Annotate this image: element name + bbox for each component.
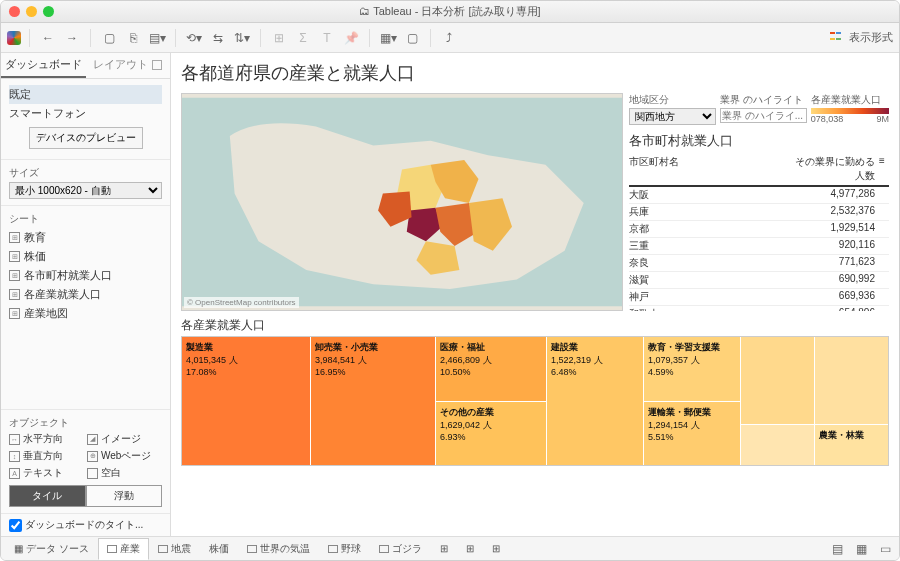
total-button[interactable]: Σ bbox=[293, 28, 313, 48]
device-phone[interactable]: スマートフォン bbox=[9, 104, 162, 123]
show-me-button[interactable]: 表示形式 bbox=[849, 30, 893, 45]
treemap-cell[interactable]: 卸売業・小売業3,984,541 人16.95% bbox=[311, 337, 435, 465]
swap-button[interactable]: ⇆ bbox=[208, 28, 228, 48]
treemap-title: 各産業就業人口 bbox=[181, 317, 889, 334]
new-sheet-button[interactable]: ▤▾ bbox=[147, 28, 167, 48]
new-story-button[interactable]: ⊞ bbox=[483, 539, 509, 558]
table-title: 各市町村就業人口 bbox=[629, 132, 889, 150]
device-default[interactable]: 既定 bbox=[9, 85, 162, 104]
table-row[interactable]: 大阪4,977,286 bbox=[629, 187, 889, 204]
treemap-cell[interactable]: 製造業4,015,345 人17.08% bbox=[182, 337, 310, 465]
undo-button[interactable]: ⟲▾ bbox=[184, 28, 204, 48]
table-row[interactable]: 滋賀690,992 bbox=[629, 272, 889, 289]
group-button[interactable]: ⊞ bbox=[269, 28, 289, 48]
treemap-cell[interactable]: その他の産業1,629,042 人6.93% bbox=[436, 402, 546, 466]
treemap-cell[interactable]: 医療・福祉2,466,809 人10.50% bbox=[436, 337, 546, 401]
filmstrip-icon[interactable]: ▤ bbox=[827, 539, 847, 559]
table-row[interactable]: 三重920,116 bbox=[629, 238, 889, 255]
sheet-tab[interactable]: 野球 bbox=[319, 538, 370, 560]
treemap-cell[interactable]: 運輸業・郵便業1,294,154 人5.51% bbox=[644, 402, 740, 466]
sheet-item[interactable]: ⊞株価 bbox=[9, 247, 162, 266]
treemap-cell[interactable] bbox=[741, 337, 814, 424]
sheet-tab[interactable]: 世界の気温 bbox=[238, 538, 319, 560]
treemap-cell[interactable]: 農業・林業 bbox=[815, 425, 888, 465]
tab-layout[interactable]: レイアウト bbox=[86, 53, 171, 78]
tab-dashboard[interactable]: ダッシュボード bbox=[1, 53, 86, 78]
share-button[interactable]: ⤴ bbox=[439, 28, 459, 48]
obj-image[interactable]: ◢イメージ bbox=[87, 432, 162, 446]
show-title-checkbox[interactable] bbox=[9, 519, 22, 532]
size-select[interactable]: 最小 1000x620 - 自動 bbox=[9, 182, 162, 199]
japan-map bbox=[182, 94, 622, 310]
obj-blank[interactable]: 空白 bbox=[87, 466, 162, 480]
new-worksheet-button[interactable]: ⊞ bbox=[431, 539, 457, 558]
objects-label: オブジェクト bbox=[9, 416, 162, 430]
horizontal-icon: ↔ bbox=[9, 434, 20, 445]
legend-label: 各産業就業人口 bbox=[811, 93, 889, 107]
table-row[interactable]: 神戸669,936 bbox=[629, 289, 889, 306]
back-button[interactable]: ← bbox=[38, 28, 58, 48]
show-sheet-icon[interactable]: ▭ bbox=[875, 539, 895, 559]
save-button[interactable]: ▢ bbox=[99, 28, 119, 48]
col-count[interactable]: その業界に勤める人数 bbox=[795, 155, 875, 183]
sheet-icon: ⊞ bbox=[9, 270, 20, 281]
tab-datasource[interactable]: ▦ データ ソース bbox=[5, 538, 98, 560]
table-row[interactable]: 京都1,929,514 bbox=[629, 221, 889, 238]
sheet-item[interactable]: ⊞産業地図 bbox=[9, 304, 162, 323]
obj-vertical[interactable]: ↕垂直方向 bbox=[9, 449, 84, 463]
dashboard-icon bbox=[107, 545, 117, 553]
table-row[interactable]: 兵庫2,532,376 bbox=[629, 204, 889, 221]
new-data-button[interactable]: ⎘ bbox=[123, 28, 143, 48]
treemap-cell[interactable] bbox=[741, 425, 814, 465]
sheet-tab[interactable]: 地震 bbox=[149, 538, 200, 560]
present-button[interactable]: ▢ bbox=[402, 28, 422, 48]
tile-button[interactable]: タイル bbox=[9, 485, 86, 507]
toolbar: ← → ▢ ⎘ ▤▾ ⟲▾ ⇆ ⇅▾ ⊞ Σ T 📌 ▦▾ ▢ ⤴ 表示形式 bbox=[1, 23, 899, 53]
sheet-sorter-icon[interactable]: ▦ bbox=[851, 539, 871, 559]
sheet-tabs: ▦ データ ソース 産業 地震 株価 世界の気温 野球 ゴジラ ⊞ ⊞ ⊞ ▤ … bbox=[1, 536, 899, 560]
obj-text[interactable]: Aテキスト bbox=[9, 466, 84, 480]
sheets-label: シート bbox=[9, 212, 162, 226]
image-icon: ◢ bbox=[87, 434, 98, 445]
filter-industry-label: 業界 のハイライト bbox=[720, 93, 807, 107]
dashboard-icon bbox=[328, 545, 338, 553]
new-dashboard-button[interactable]: ⊞ bbox=[457, 539, 483, 558]
device-preview-button[interactable]: デバイスのプレビュー bbox=[29, 127, 143, 149]
text-icon: A bbox=[9, 468, 20, 479]
pin-button[interactable]: 📌 bbox=[341, 28, 361, 48]
sheet-item[interactable]: ⊞各産業就業人口 bbox=[9, 285, 162, 304]
sheet-item[interactable]: ⊞教育 bbox=[9, 228, 162, 247]
dashboard-icon bbox=[247, 545, 257, 553]
sheet-icon: ⊞ bbox=[9, 251, 20, 262]
float-button[interactable]: 浮動 bbox=[86, 485, 163, 507]
sheet-item[interactable]: ⊞各市町村就業人口 bbox=[9, 266, 162, 285]
col-city[interactable]: 市区町村名 bbox=[629, 155, 795, 183]
sort-button[interactable]: ⇅▾ bbox=[232, 28, 252, 48]
filter-industry-input[interactable] bbox=[720, 108, 807, 123]
treemap-cell[interactable] bbox=[815, 337, 888, 424]
table-row[interactable]: 奈良771,623 bbox=[629, 255, 889, 272]
map-view[interactable]: © OpenStreetMap contributors bbox=[181, 93, 623, 311]
sheet-tab[interactable]: 産業 bbox=[98, 538, 149, 560]
vertical-icon: ↕ bbox=[9, 451, 20, 462]
label-button[interactable]: T bbox=[317, 28, 337, 48]
window-title: 🗂 Tableau - 日本分析 [読み取り専用] bbox=[1, 4, 899, 19]
sheet-icon: ⊞ bbox=[9, 308, 20, 319]
show-title-label: ダッシュボードのタイト... bbox=[25, 518, 143, 532]
sort-icon[interactable]: ≡ bbox=[875, 155, 889, 183]
filter-region-select[interactable]: 関西地方 bbox=[629, 108, 716, 125]
treemap-cell[interactable]: 建設業1,522,319 人6.48% bbox=[547, 337, 643, 465]
obj-horizontal[interactable]: ↔水平方向 bbox=[9, 432, 84, 446]
treemap[interactable]: 製造業4,015,345 人17.08%卸売業・小売業3,984,541 人16… bbox=[181, 336, 889, 466]
fit-button[interactable]: ▦▾ bbox=[378, 28, 398, 48]
sheet-tab[interactable]: ゴジラ bbox=[370, 538, 431, 560]
forward-button[interactable]: → bbox=[62, 28, 82, 48]
filter-region-label: 地域区分 bbox=[629, 93, 716, 107]
treemap-cell[interactable]: 教育・学習支援業1,079,357 人4.59% bbox=[644, 337, 740, 401]
sheet-icon: ⊞ bbox=[9, 232, 20, 243]
map-credit: © OpenStreetMap contributors bbox=[184, 297, 299, 308]
sheet-tab[interactable]: 株価 bbox=[200, 538, 238, 560]
tableau-logo-icon bbox=[7, 31, 21, 45]
obj-webpage[interactable]: ⊕Webページ bbox=[87, 449, 162, 463]
sheet-icon: ⊞ bbox=[9, 289, 20, 300]
